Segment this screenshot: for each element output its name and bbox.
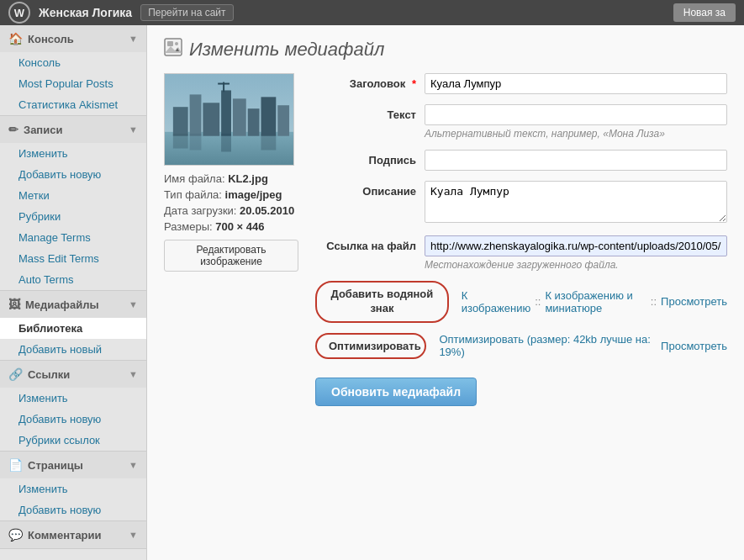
sidebar-item-zapisi-add[interactable]: Добавить новую [0,164,146,185]
edit-image-button[interactable]: Редактировать изображение [164,240,298,272]
svg-rect-10 [233,98,246,135]
sidebar-section-header-zapisi[interactable]: ✏ Записи ▼ [0,116,146,143]
svg-rect-9 [221,90,231,135]
sidebar-item-rubrics[interactable]: Рубрики [0,206,146,227]
topbar: W Женская Логика Перейти на сайт Новая з… [0,0,744,25]
sidebar-item-most-popular[interactable]: Most Popular Posts [0,73,146,94]
content-area: Имя файла: KL2.jpg Тип файла: image/jpeg… [164,73,727,406]
optimize-row: Оптимизировать Оптимизировать (размер: 4… [315,333,727,359]
caption-label: Подпись [315,150,416,166]
filename-label: Имя файла: [164,172,225,185]
sidebar-item-zapisi-edit[interactable]: Изменить [0,143,146,164]
link-to-image-thumb-link[interactable]: К изображению и миниатюре [545,289,646,314]
file-url-input[interactable] [425,235,727,256]
svg-rect-8 [203,103,219,135]
svg-rect-17 [190,134,202,151]
link-to-image-link[interactable]: К изображению [462,289,530,314]
sidebar-section-header-konsole[interactable]: 🏠 Консоль ▼ [0,25,146,52]
view-link[interactable]: Просмотреть [661,295,727,308]
media-icon: 🖼 [8,298,20,311]
page-title: Изменить медиафайл [164,38,727,61]
wordpress-logo: W [8,2,30,24]
sidebar-item-pages-add[interactable]: Добавить новую [0,499,146,520]
svg-rect-12 [261,97,277,135]
filename-row: Имя файла: KL2.jpg [164,172,298,185]
sidebar-section-konsole: 🏠 Консоль ▼ Консоль Most Popular Posts С… [0,25,146,116]
svg-rect-11 [248,108,260,136]
text-hint: Альтернативный текст, например, «Мона Ли… [425,128,727,140]
svg-rect-18 [221,134,231,152]
sidebar-section-links: 🔗 Ссылки ▼ Изменить Добавить новую Рубри… [0,361,146,452]
watermark-button[interactable]: Добавить водяной знак [315,281,449,323]
optimize-links: Оптимизировать (размер: 42kb лучше на: 1… [439,333,727,358]
svg-rect-16 [173,134,188,149]
optimize-view-link[interactable]: Просмотреть [661,340,727,352]
required-star: * [412,77,416,90]
sidebar-item-links-categories[interactable]: Рубрики ссылок [0,430,146,451]
sidebar-item-metki[interactable]: Метки [0,185,146,206]
page-icon: 📄 [8,458,23,472]
text-input[interactable] [425,104,727,125]
date-row: Дата загрузки: 20.05.2010 [164,204,298,217]
sidebar-item-akismet[interactable]: Статистика Akismet [0,94,146,115]
sidebar-section-pages: 📄 Страницы ▼ Изменить Добавить новую [0,452,146,521]
chevron-down-icon: ▼ [129,299,138,309]
sidebar-section-header-links[interactable]: 🔗 Ссылки ▼ [0,361,146,388]
form-area: Заголовок * Текст Альтернативный текст, … [315,73,727,406]
text-label: Текст [315,104,416,121]
sidebar-item-auto-terms[interactable]: Auto Terms [0,269,146,290]
filetype-label: Тип файла: [164,188,222,201]
sidebar-section-header-comments[interactable]: 💬 Комментарии ▼ [0,521,146,548]
date-label: Дата загрузки: [164,204,236,217]
title-field [425,73,727,94]
sidebar-item-konsole[interactable]: Консоль [0,52,146,73]
sidebar-item-manage-terms[interactable]: Manage Terms [0,227,146,248]
link-icon: 🔗 [8,367,23,381]
sidebar-item-links-add[interactable]: Добавить новую [0,409,146,430]
sidebar-item-mass-edit-terms[interactable]: Mass Edit Terms [0,248,146,269]
description-label: Описание [315,181,416,198]
title-input[interactable] [425,73,727,94]
title-label: Заголовок * [315,73,416,90]
sidebar: 🏠 Консоль ▼ Консоль Most Popular Posts С… [0,25,147,560]
sidebar-item-pages-edit[interactable]: Изменить [0,478,146,499]
svg-rect-13 [277,105,289,136]
description-input[interactable]: Куала Лумпур [425,181,727,223]
optimize-action-link[interactable]: Оптимизировать (размер: 42kb лучше на: 1… [439,333,652,358]
edit-icon: ✏ [8,123,18,136]
media-section-label: Медиафайлы [25,298,99,311]
caption-input[interactable] [425,150,727,171]
optimize-button[interactable]: Оптимизировать [315,333,426,359]
update-media-button[interactable]: Обновить медиафайл [315,378,477,406]
sidebar-item-links-edit[interactable]: Изменить [0,388,146,409]
svg-rect-15 [218,83,230,85]
visit-site-button[interactable]: Перейти на сайт [140,4,233,21]
chevron-down-icon: ▼ [129,369,138,379]
sidebar-section-header-media[interactable]: 🖼 Медиафайлы ▼ [0,291,146,318]
pages-section-label: Страницы [28,459,83,472]
filetype-value: image/jpeg [225,188,282,201]
image-thumbnail [164,73,294,166]
filename-value: KL2.jpg [228,172,268,185]
form-row-caption: Подпись [315,150,727,171]
form-row-file-url: Ссылка на файл Местонахождение загруженн… [315,235,727,271]
sidebar-section-header-pages[interactable]: 📄 Страницы ▼ [0,452,146,478]
image-preview-column: Имя файла: KL2.jpg Тип файла: image/jpeg… [164,73,298,406]
sidebar-item-add-media[interactable]: Добавить новый [0,339,146,360]
svg-rect-19 [261,134,277,151]
date-value: 20.05.2010 [240,204,294,217]
sidebar-section-zapisi: ✏ Записи ▼ Изменить Добавить новую Метки… [0,116,146,291]
new-item-button[interactable]: Новая за [673,3,736,22]
page-title-text: Изменить медиафайл [189,39,384,61]
sidebar-item-library[interactable]: Библиотека [0,318,146,339]
description-field: Куала Лумпур [425,181,727,225]
main-content: Изменить медиафайл [147,25,744,560]
sidebar-section-media: 🖼 Медиафайлы ▼ Библиотека Добавить новый [0,291,146,361]
chevron-down-icon: ▼ [129,124,138,135]
filetype-row: Тип файла: image/jpeg [164,188,298,201]
site-title: Женская Логика [39,6,132,19]
chevron-down-icon: ▼ [129,460,138,470]
media-edit-icon [164,38,182,61]
separator1: :: [535,295,541,308]
svg-rect-1 [167,41,173,46]
